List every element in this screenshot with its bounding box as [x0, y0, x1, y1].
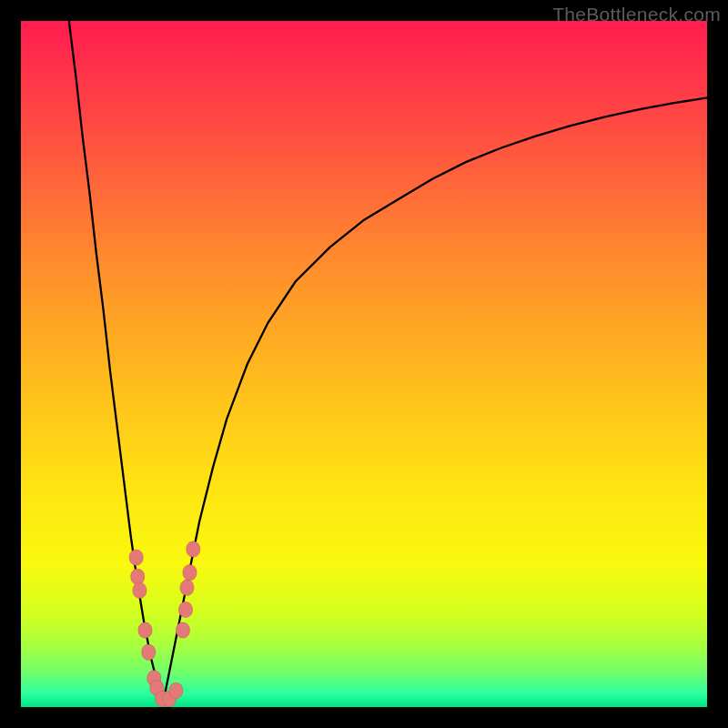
curve-left [69, 21, 164, 700]
marker-dot [169, 682, 183, 698]
marker-cluster [129, 541, 200, 706]
curve-right [164, 97, 707, 700]
marker-dot [129, 550, 143, 565]
marker-dot [187, 541, 200, 557]
marker-dot [131, 569, 145, 584]
watermark-text: TheBottleneck.com [552, 4, 721, 25]
marker-dot [138, 622, 152, 638]
chart-svg [21, 21, 707, 707]
marker-dot [183, 565, 197, 581]
marker-dot [133, 582, 147, 598]
marker-dot [178, 602, 192, 617]
marker-dot [176, 622, 189, 638]
plot-area [21, 21, 707, 707]
outer-frame: TheBottleneck.com [0, 0, 728, 728]
marker-dot [180, 580, 194, 595]
marker-dot [142, 644, 156, 660]
